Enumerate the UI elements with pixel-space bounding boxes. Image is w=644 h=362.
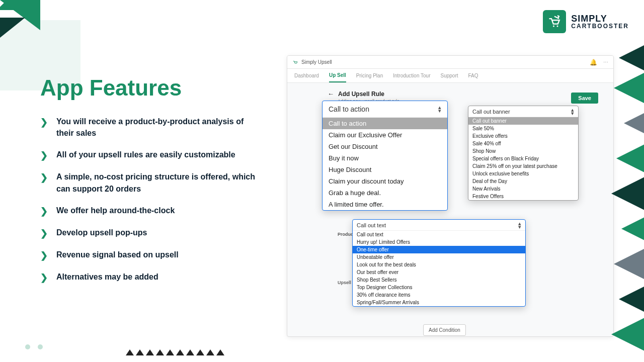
tab-up-sell[interactable]: Up Sell — [329, 69, 346, 82]
dropdown-option[interactable]: A limited time offer. — [323, 199, 447, 210]
feature-item: ❯We offer help around-the-clock — [40, 205, 257, 217]
chevron-updown-icon: ▴▾ — [571, 108, 574, 115]
page-title: Add Upsell Rule — [338, 90, 384, 98]
dropdown-option[interactable]: Claim your discount today — [323, 175, 447, 187]
dropdown-option[interactable]: Hurry up! Limited Offers — [353, 238, 525, 246]
tab-introduction-tour[interactable]: Introduction Tour — [393, 69, 430, 82]
dropdown-option[interactable]: Sale 40% off — [468, 140, 578, 147]
cart-icon — [5, 307, 55, 357]
callout-text-dropdown[interactable]: Call out text▴▾ Call out textHurry up! L… — [352, 219, 526, 307]
dropdown-option[interactable]: Shop Best Sellers — [353, 276, 525, 284]
upsell-label: Upsell — [338, 280, 351, 285]
dropdown-option[interactable]: Call out banner — [468, 117, 578, 125]
app-titlebar: Simply Upsell 🔔 ⋯ — [287, 56, 613, 69]
cta-dropdown[interactable]: Call to action▴▾ Call to actionClaim our… — [322, 101, 448, 211]
dropdown-option[interactable]: Special offers on Black Friday — [468, 155, 578, 162]
feature-text: Alternatives may be added — [56, 271, 158, 283]
feature-item: ❯A simple, no-cost pricing structure is … — [40, 171, 257, 194]
brand-logo: SIMPLY CARTBOOSTER — [543, 10, 629, 33]
chevron-right-icon: ❯ — [40, 150, 49, 161]
feature-item: ❯Alternatives may be added — [40, 271, 257, 283]
tab-support[interactable]: Support — [441, 69, 458, 82]
feature-text: You will receive a product-by-product an… — [56, 116, 257, 139]
chevron-right-icon: ❯ — [40, 272, 49, 283]
feature-item: ❯Develop upsell pop-ups — [40, 227, 257, 239]
dropdown-option[interactable]: Shop Now — [468, 147, 578, 155]
features-title: App Features — [40, 75, 257, 101]
svg-point-2 — [553, 26, 554, 27]
cta-dropdown-value: Call to action — [329, 105, 369, 113]
tab-dashboard[interactable]: Dashboard — [294, 69, 319, 82]
banner-dropdown[interactable]: Call out banner▴▾ Call out bannerSale 50… — [468, 106, 579, 201]
app-icon — [292, 59, 298, 65]
chevron-updown-icon: ▴▾ — [518, 222, 521, 228]
dropdown-option[interactable]: Call to action — [323, 118, 447, 129]
menu-icon[interactable]: ⋯ — [603, 59, 608, 65]
app-title: Simply Upsell — [301, 59, 332, 65]
dropdown-option[interactable]: Unbeatable offer — [353, 253, 525, 261]
feature-text: Develop upsell pop-ups — [56, 227, 147, 238]
dropdown-option[interactable]: One-time offer — [353, 246, 525, 253]
svg-point-3 — [557, 26, 558, 27]
dropdown-option[interactable]: 30% off clearance items — [353, 291, 525, 299]
dropdown-option[interactable]: Top Designer Collections — [353, 284, 525, 291]
brand-icon — [543, 10, 566, 33]
features-panel: App Features ❯You will receive a product… — [40, 75, 257, 293]
dropdown-option[interactable]: Sale 50% — [468, 125, 578, 132]
notifications-icon[interactable]: 🔔 — [590, 59, 597, 66]
save-button[interactable]: Save — [571, 93, 598, 104]
chevron-right-icon: ❯ — [40, 250, 49, 261]
feature-text: Revenue signal based on upsell — [56, 249, 179, 260]
banner-dropdown-value: Call out banner — [472, 109, 510, 115]
dropdown-option[interactable]: New Arrivals — [468, 185, 578, 193]
app-tabs: DashboardUp SellPricing PlanIntroduction… — [287, 69, 613, 83]
chevron-right-icon: ❯ — [40, 206, 49, 217]
dropdown-option[interactable]: Claim 25% off on your latest purchase — [468, 162, 578, 170]
dropdown-option[interactable]: Call out text — [353, 231, 525, 238]
callout-text-dropdown-value: Call out text — [357, 222, 386, 228]
chevron-right-icon: ❯ — [40, 228, 49, 239]
dropdown-option[interactable]: Huge Discount — [323, 164, 447, 175]
dropdown-option[interactable]: Claim our Exclusive Offer — [323, 129, 447, 141]
dropdown-option[interactable]: Festive Offers — [468, 193, 578, 200]
brand-name-bottom: CARTBOOSTER — [571, 23, 629, 29]
dropdown-option[interactable]: Deal of the Day — [468, 177, 578, 185]
dropdown-option[interactable]: Buy it now — [323, 152, 447, 164]
svg-point-0 — [25, 344, 30, 349]
brand-name-top: SIMPLY — [571, 14, 607, 24]
feature-item: ❯You will receive a product-by-product a… — [40, 116, 257, 139]
dropdown-option[interactable]: Exclusive offers — [468, 132, 578, 140]
chevron-updown-icon: ▴▾ — [438, 106, 441, 112]
dropdown-option[interactable]: Unlock exclusive benefits — [468, 170, 578, 177]
tab-pricing-plan[interactable]: Pricing Plan — [356, 69, 383, 82]
dropdown-option[interactable]: Get our Discount — [323, 141, 447, 152]
feature-text: All of your upsell rules are easily cust… — [56, 149, 235, 160]
back-arrow-icon[interactable]: ← — [328, 90, 334, 98]
feature-text: A simple, no-cost pricing structure is o… — [56, 171, 257, 194]
dropdown-option[interactable]: Spring/Fall/Summer Arrivals — [353, 299, 525, 306]
feature-text: We offer help around-the-clock — [56, 205, 175, 216]
tab-faq[interactable]: FAQ — [468, 69, 478, 82]
add-condition-button[interactable]: Add Condition — [423, 324, 466, 336]
chevron-right-icon: ❯ — [40, 172, 49, 183]
dropdown-option[interactable]: Grab a huge deal. — [323, 187, 447, 199]
feature-item: ❯Revenue signal based on upsell — [40, 249, 257, 261]
chevron-right-icon: ❯ — [40, 117, 49, 128]
dropdown-option[interactable]: Look out for the best deals — [353, 261, 525, 268]
feature-item: ❯All of your upsell rules are easily cus… — [40, 149, 257, 161]
svg-point-1 — [38, 344, 43, 349]
decor-triangles-row — [126, 349, 644, 359]
dropdown-option[interactable]: Our best offer ever — [353, 268, 525, 276]
